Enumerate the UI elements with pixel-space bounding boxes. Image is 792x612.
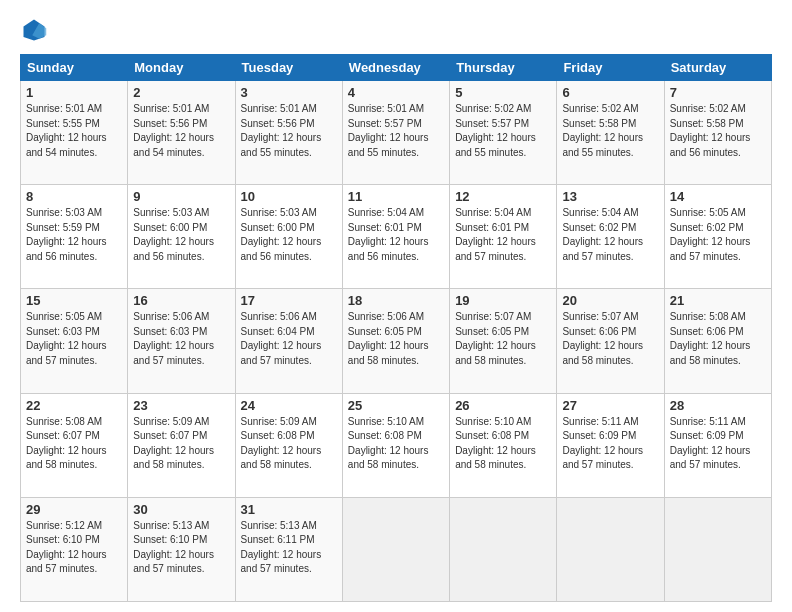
day-number: 6 bbox=[562, 85, 658, 100]
calendar-cell: 15 Sunrise: 5:05 AMSunset: 6:03 PMDaylig… bbox=[21, 289, 128, 393]
day-number: 9 bbox=[133, 189, 229, 204]
day-number: 14 bbox=[670, 189, 766, 204]
calendar-cell: 26 Sunrise: 5:10 AMSunset: 6:08 PMDaylig… bbox=[450, 393, 557, 497]
day-info: Sunrise: 5:06 AMSunset: 6:04 PMDaylight:… bbox=[241, 311, 322, 366]
calendar-cell: 6 Sunrise: 5:02 AMSunset: 5:58 PMDayligh… bbox=[557, 81, 664, 185]
day-number: 12 bbox=[455, 189, 551, 204]
page: SundayMondayTuesdayWednesdayThursdayFrid… bbox=[0, 0, 792, 612]
day-info: Sunrise: 5:06 AMSunset: 6:05 PMDaylight:… bbox=[348, 311, 429, 366]
day-header-sunday: Sunday bbox=[21, 55, 128, 81]
day-number: 19 bbox=[455, 293, 551, 308]
day-info: Sunrise: 5:08 AMSunset: 6:06 PMDaylight:… bbox=[670, 311, 751, 366]
day-header-monday: Monday bbox=[128, 55, 235, 81]
day-info: Sunrise: 5:09 AMSunset: 6:08 PMDaylight:… bbox=[241, 416, 322, 471]
day-info: Sunrise: 5:03 AMSunset: 6:00 PMDaylight:… bbox=[133, 207, 214, 262]
day-header-tuesday: Tuesday bbox=[235, 55, 342, 81]
day-info: Sunrise: 5:11 AMSunset: 6:09 PMDaylight:… bbox=[562, 416, 643, 471]
header bbox=[20, 16, 772, 44]
day-header-saturday: Saturday bbox=[664, 55, 771, 81]
day-number: 4 bbox=[348, 85, 444, 100]
day-info: Sunrise: 5:06 AMSunset: 6:03 PMDaylight:… bbox=[133, 311, 214, 366]
calendar-cell: 24 Sunrise: 5:09 AMSunset: 6:08 PMDaylig… bbox=[235, 393, 342, 497]
day-number: 20 bbox=[562, 293, 658, 308]
calendar-cell: 29 Sunrise: 5:12 AMSunset: 6:10 PMDaylig… bbox=[21, 497, 128, 601]
day-number: 27 bbox=[562, 398, 658, 413]
day-info: Sunrise: 5:01 AMSunset: 5:57 PMDaylight:… bbox=[348, 103, 429, 158]
day-info: Sunrise: 5:05 AMSunset: 6:03 PMDaylight:… bbox=[26, 311, 107, 366]
calendar-cell: 22 Sunrise: 5:08 AMSunset: 6:07 PMDaylig… bbox=[21, 393, 128, 497]
day-number: 18 bbox=[348, 293, 444, 308]
day-info: Sunrise: 5:10 AMSunset: 6:08 PMDaylight:… bbox=[455, 416, 536, 471]
day-number: 1 bbox=[26, 85, 122, 100]
day-header-friday: Friday bbox=[557, 55, 664, 81]
day-number: 21 bbox=[670, 293, 766, 308]
calendar-cell: 8 Sunrise: 5:03 AMSunset: 5:59 PMDayligh… bbox=[21, 185, 128, 289]
day-number: 25 bbox=[348, 398, 444, 413]
day-info: Sunrise: 5:11 AMSunset: 6:09 PMDaylight:… bbox=[670, 416, 751, 471]
calendar-week-3: 15 Sunrise: 5:05 AMSunset: 6:03 PMDaylig… bbox=[21, 289, 772, 393]
calendar-cell: 5 Sunrise: 5:02 AMSunset: 5:57 PMDayligh… bbox=[450, 81, 557, 185]
calendar-week-2: 8 Sunrise: 5:03 AMSunset: 5:59 PMDayligh… bbox=[21, 185, 772, 289]
day-number: 29 bbox=[26, 502, 122, 517]
day-info: Sunrise: 5:01 AMSunset: 5:56 PMDaylight:… bbox=[241, 103, 322, 158]
day-info: Sunrise: 5:04 AMSunset: 6:02 PMDaylight:… bbox=[562, 207, 643, 262]
calendar-cell: 3 Sunrise: 5:01 AMSunset: 5:56 PMDayligh… bbox=[235, 81, 342, 185]
calendar-cell: 30 Sunrise: 5:13 AMSunset: 6:10 PMDaylig… bbox=[128, 497, 235, 601]
day-info: Sunrise: 5:02 AMSunset: 5:58 PMDaylight:… bbox=[670, 103, 751, 158]
day-info: Sunrise: 5:08 AMSunset: 6:07 PMDaylight:… bbox=[26, 416, 107, 471]
calendar-cell: 14 Sunrise: 5:05 AMSunset: 6:02 PMDaylig… bbox=[664, 185, 771, 289]
day-header-wednesday: Wednesday bbox=[342, 55, 449, 81]
logo bbox=[20, 16, 52, 44]
day-info: Sunrise: 5:13 AMSunset: 6:10 PMDaylight:… bbox=[133, 520, 214, 575]
calendar-cell: 16 Sunrise: 5:06 AMSunset: 6:03 PMDaylig… bbox=[128, 289, 235, 393]
day-number: 3 bbox=[241, 85, 337, 100]
day-header-thursday: Thursday bbox=[450, 55, 557, 81]
calendar-cell: 1 Sunrise: 5:01 AMSunset: 5:55 PMDayligh… bbox=[21, 81, 128, 185]
calendar-week-4: 22 Sunrise: 5:08 AMSunset: 6:07 PMDaylig… bbox=[21, 393, 772, 497]
day-info: Sunrise: 5:05 AMSunset: 6:02 PMDaylight:… bbox=[670, 207, 751, 262]
calendar-week-1: 1 Sunrise: 5:01 AMSunset: 5:55 PMDayligh… bbox=[21, 81, 772, 185]
day-number: 17 bbox=[241, 293, 337, 308]
calendar-table: SundayMondayTuesdayWednesdayThursdayFrid… bbox=[20, 54, 772, 602]
day-info: Sunrise: 5:09 AMSunset: 6:07 PMDaylight:… bbox=[133, 416, 214, 471]
calendar-cell: 17 Sunrise: 5:06 AMSunset: 6:04 PMDaylig… bbox=[235, 289, 342, 393]
calendar-cell: 27 Sunrise: 5:11 AMSunset: 6:09 PMDaylig… bbox=[557, 393, 664, 497]
day-number: 7 bbox=[670, 85, 766, 100]
day-number: 13 bbox=[562, 189, 658, 204]
calendar-cell: 25 Sunrise: 5:10 AMSunset: 6:08 PMDaylig… bbox=[342, 393, 449, 497]
day-number: 5 bbox=[455, 85, 551, 100]
day-number: 26 bbox=[455, 398, 551, 413]
logo-icon bbox=[20, 16, 48, 44]
day-info: Sunrise: 5:03 AMSunset: 6:00 PMDaylight:… bbox=[241, 207, 322, 262]
calendar-cell: 7 Sunrise: 5:02 AMSunset: 5:58 PMDayligh… bbox=[664, 81, 771, 185]
calendar-cell bbox=[450, 497, 557, 601]
calendar-cell: 12 Sunrise: 5:04 AMSunset: 6:01 PMDaylig… bbox=[450, 185, 557, 289]
calendar-cell: 9 Sunrise: 5:03 AMSunset: 6:00 PMDayligh… bbox=[128, 185, 235, 289]
calendar-cell: 10 Sunrise: 5:03 AMSunset: 6:00 PMDaylig… bbox=[235, 185, 342, 289]
day-info: Sunrise: 5:07 AMSunset: 6:06 PMDaylight:… bbox=[562, 311, 643, 366]
day-number: 22 bbox=[26, 398, 122, 413]
day-number: 2 bbox=[133, 85, 229, 100]
day-info: Sunrise: 5:04 AMSunset: 6:01 PMDaylight:… bbox=[348, 207, 429, 262]
day-info: Sunrise: 5:07 AMSunset: 6:05 PMDaylight:… bbox=[455, 311, 536, 366]
day-number: 23 bbox=[133, 398, 229, 413]
day-info: Sunrise: 5:03 AMSunset: 5:59 PMDaylight:… bbox=[26, 207, 107, 262]
day-number: 16 bbox=[133, 293, 229, 308]
day-info: Sunrise: 5:13 AMSunset: 6:11 PMDaylight:… bbox=[241, 520, 322, 575]
day-number: 24 bbox=[241, 398, 337, 413]
day-number: 8 bbox=[26, 189, 122, 204]
calendar-cell: 20 Sunrise: 5:07 AMSunset: 6:06 PMDaylig… bbox=[557, 289, 664, 393]
day-info: Sunrise: 5:12 AMSunset: 6:10 PMDaylight:… bbox=[26, 520, 107, 575]
calendar-cell: 11 Sunrise: 5:04 AMSunset: 6:01 PMDaylig… bbox=[342, 185, 449, 289]
calendar-cell bbox=[342, 497, 449, 601]
calendar-cell bbox=[664, 497, 771, 601]
day-number: 28 bbox=[670, 398, 766, 413]
calendar-cell: 23 Sunrise: 5:09 AMSunset: 6:07 PMDaylig… bbox=[128, 393, 235, 497]
calendar-week-5: 29 Sunrise: 5:12 AMSunset: 6:10 PMDaylig… bbox=[21, 497, 772, 601]
day-info: Sunrise: 5:02 AMSunset: 5:57 PMDaylight:… bbox=[455, 103, 536, 158]
calendar-cell: 21 Sunrise: 5:08 AMSunset: 6:06 PMDaylig… bbox=[664, 289, 771, 393]
calendar-cell: 13 Sunrise: 5:04 AMSunset: 6:02 PMDaylig… bbox=[557, 185, 664, 289]
calendar-cell: 2 Sunrise: 5:01 AMSunset: 5:56 PMDayligh… bbox=[128, 81, 235, 185]
calendar-cell: 4 Sunrise: 5:01 AMSunset: 5:57 PMDayligh… bbox=[342, 81, 449, 185]
calendar-cell: 31 Sunrise: 5:13 AMSunset: 6:11 PMDaylig… bbox=[235, 497, 342, 601]
